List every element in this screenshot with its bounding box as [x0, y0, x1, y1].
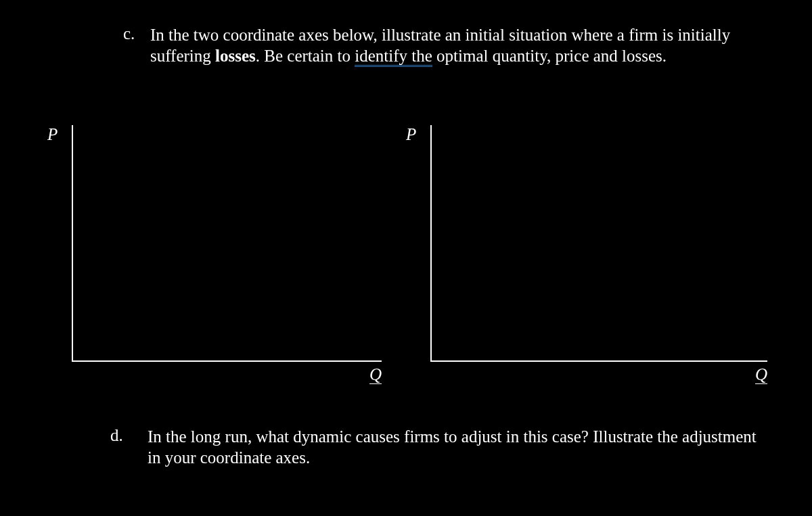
x-axis-label-left: Q — [369, 365, 382, 384]
question-c-underlined: identify the — [355, 47, 432, 67]
x-axis-label-right: Q — [755, 365, 767, 384]
question-c-post: optimal quantity, price and losses. — [432, 47, 667, 65]
y-axis-label-left: P — [47, 125, 58, 144]
question-c-mid1: . Be certain to — [256, 47, 355, 65]
coordinate-axes-right — [430, 125, 767, 362]
question-d-marker: d. — [110, 426, 148, 445]
x-axis-label-right-text: Q — [755, 365, 767, 384]
question-c-text: In the two coordinate axes below, illust… — [150, 24, 759, 67]
y-axis-label-right: P — [406, 125, 416, 144]
question-d-text: In the long run, what dynamic causes fir… — [148, 426, 760, 469]
question-d: d. In the long run, what dynamic causes … — [110, 426, 760, 469]
question-c: c. In the two coordinate axes below, ill… — [123, 24, 759, 67]
question-c-marker: c. — [123, 24, 150, 43]
x-axis-label-left-text: Q — [369, 365, 382, 384]
coordinate-axes-left — [72, 125, 382, 362]
question-c-bold: losses — [215, 47, 256, 65]
